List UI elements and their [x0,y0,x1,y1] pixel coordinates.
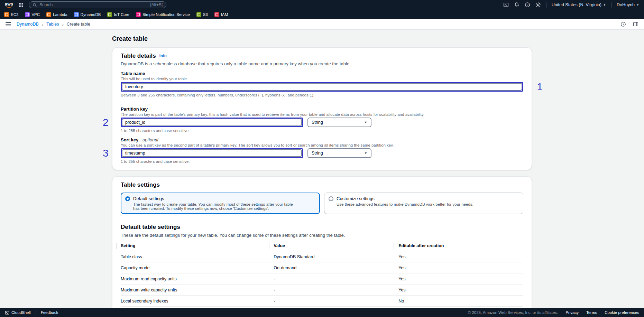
settings-tiles: Default settings The fastest way to crea… [121,193,523,214]
sort-key-type-select[interactable]: String ▼ [307,148,371,158]
split-panel-icon[interactable] [633,21,638,27]
chevron-down-icon: ▼ [364,121,367,124]
aws-logo[interactable]: aws [5,2,13,8]
breadcrumb-bar: DynamoDB › Tables › Create table [0,19,644,30]
search-shortcut-hint: [Alt+S] [150,2,163,7]
partition-key-type-select[interactable]: String ▼ [307,118,371,127]
setting-name: Maximum read capacity units [121,273,274,285]
table-name-field: Table name This will be used to identify… [121,71,523,97]
svg-text:?: ? [526,3,528,7]
nav-divider [611,2,611,8]
info-icon[interactable] [620,21,626,27]
favorite-service-link[interactable]: IAM [214,12,228,17]
cloudshell-icon [5,310,9,315]
annotation-number-2: 2 [103,117,109,128]
partition-key-constraint: 1 to 255 characters and case sensitive. [121,129,523,133]
setting-name: Capacity mode [121,262,274,273]
settings-row: Maximum write capacity units - Yes [121,285,523,296]
radio-unselected-icon[interactable] [329,196,333,201]
sns-icon [136,12,141,17]
cloudshell-icon[interactable] [503,2,509,8]
apps-grid-icon[interactable] [19,3,23,7]
favorite-service-link[interactable]: VPC [25,12,40,17]
annotation-number-1: 1 [537,82,543,92]
info-link[interactable]: Info [159,54,167,58]
favorite-service-label: VPC [31,12,40,17]
default-settings-tile[interactable]: Default settings The fastest way to crea… [121,193,320,214]
account-name: DoHuynh [617,2,635,7]
customize-settings-tile[interactable]: Customize settings Use these advanced fe… [324,193,523,214]
radio-selected-icon[interactable] [125,196,130,201]
partition-key-help: The partition key is part of the table's… [121,112,523,116]
favorite-service-label: S3 [203,12,208,17]
settings-column-header: Value [274,241,398,251]
cloudshell-button[interactable]: CloudShell [5,310,31,315]
sort-key-input[interactable] [122,149,302,157]
favorite-service-link[interactable]: EC2 [4,12,18,17]
table-name-constraint: Between 3 and 255 characters, containing… [121,93,523,97]
footer-right: © 2025, Amazon Web Services, Inc. or its… [468,310,639,315]
favorite-service-link[interactable]: IoT Core [107,12,129,17]
search-icon [33,3,37,7]
aws-logo-text: aws [5,2,13,6]
search-input[interactable]: Search [Alt+S] [29,1,166,8]
nav-divider [546,2,546,8]
lambda-icon [46,12,51,17]
account-menu[interactable]: DoHuynh ▼ [617,2,639,7]
table-name-help: This will be used to identify your table… [121,77,523,81]
partition-key-field: Partition key The partition key is part … [121,106,523,133]
vpc-icon [25,12,30,17]
top-navigation-bar: aws Search [Alt+S] ? United States (N. V… [0,0,644,10]
setting-value: - [274,285,398,296]
favorite-service-link[interactable]: Lambda [46,12,67,17]
favorite-service-label: Lambda [53,12,67,17]
dynamodb-icon [74,12,79,17]
favorite-service-label: DynamoDB [81,12,101,17]
breadcrumb-dynamodb[interactable]: DynamoDB [17,22,39,27]
cookie-preferences-link[interactable]: Cookie preferences [605,310,639,315]
privacy-link[interactable]: Privacy [565,310,579,315]
setting-editable: Yes [398,273,523,285]
partition-key-input[interactable] [122,119,302,126]
notifications-bell-icon[interactable] [514,2,519,8]
annotation-box-2 [121,118,303,127]
breadcrumb-right-icons [620,21,638,27]
settings-gear-icon[interactable] [535,2,541,8]
hamburger-menu-icon[interactable] [6,22,11,26]
sort-key-label: Sort key - optional [121,137,523,142]
footer-divider [36,310,36,315]
help-icon[interactable]: ? [525,2,530,8]
settings-column-header: Setting [121,241,274,251]
favorites-bar: EC2 VPC Lambda DynamoDB IoT Core Simple … [0,10,644,19]
setting-editable: No [398,296,523,307]
aws-smile-icon [6,6,12,8]
sort-key-constraint: 1 to 255 characters and case sensitive. [121,159,523,164]
sort-key-type-value: String [312,151,323,156]
setting-editable: Yes [398,262,523,273]
setting-value: - [274,296,398,307]
settings-row: Capacity mode On-demand Yes [121,262,523,273]
chevron-down-icon: ▼ [603,3,606,7]
partition-key-label: Partition key [121,106,523,112]
copyright-text: © 2025, Amazon Web Services, Inc. or its… [468,310,558,315]
settings-header-row: SettingValueEditable after creation [121,241,523,251]
region-selector[interactable]: United States (N. Virginia) ▼ [552,2,606,7]
ec2-icon [4,12,9,17]
chevron-right-icon: › [62,22,63,27]
settings-row: Maximum read capacity units - Yes [121,273,523,285]
favorite-service-link[interactable]: S3 [196,12,208,17]
terms-link[interactable]: Terms [586,310,597,315]
table-name-input[interactable] [122,83,522,91]
feedback-button[interactable]: Feedback [41,310,58,315]
chevron-right-icon: › [42,22,43,27]
customize-settings-title: Customize settings [337,196,473,201]
console-footer: CloudShell Feedback © 2025, Amazon Web S… [0,308,644,317]
settings-row: Local secondary indexes - No [121,296,523,307]
table-settings-card: Table settings Default settings The fast… [112,176,532,308]
favorite-service-link[interactable]: Simple Notification Service [136,12,190,17]
favorite-service-link[interactable]: DynamoDB [74,12,101,17]
partition-key-type-value: String [312,120,323,125]
favorite-service-label: Simple Notification Service [142,12,190,17]
breadcrumb-tables[interactable]: Tables [46,22,59,27]
setting-name: Local secondary indexes [121,296,274,307]
